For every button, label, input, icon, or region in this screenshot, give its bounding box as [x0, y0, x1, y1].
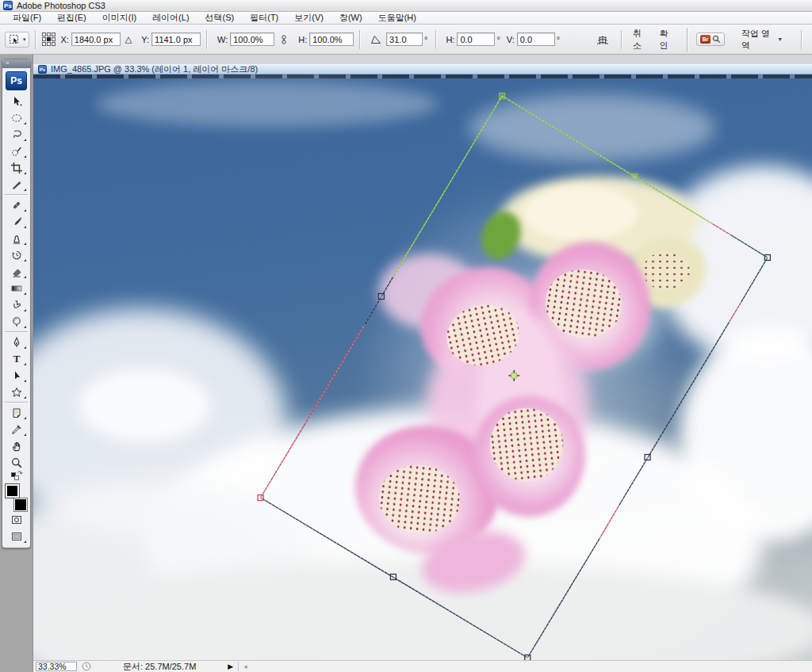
- document-title: IMG_4865.JPG @ 33.3% (레이어 1, 레이어 마스크/8): [51, 63, 258, 75]
- v-skew-input[interactable]: [517, 32, 555, 46]
- quick-mask-button[interactable]: [5, 511, 28, 528]
- eyedropper-tool[interactable]: [5, 421, 28, 437]
- transform-handle[interactable]: [764, 255, 770, 261]
- transform-handle[interactable]: [390, 575, 396, 580]
- hand-tool[interactable]: [5, 437, 28, 454]
- tools-panel: » Ps: [2, 59, 31, 548]
- canvas[interactable]: [33, 74, 812, 660]
- reference-point-locator[interactable]: [42, 32, 56, 46]
- menu-image[interactable]: 이미지(I): [94, 12, 144, 24]
- pen-tool[interactable]: [5, 334, 28, 350]
- menu-filter[interactable]: 필터(T): [242, 12, 286, 24]
- gradient-tool[interactable]: [5, 280, 28, 296]
- link-dimensions-icon[interactable]: [274, 32, 293, 48]
- menu-select[interactable]: 선택(S): [197, 12, 243, 24]
- default-colors-control[interactable]: ↷: [11, 472, 22, 482]
- width-input[interactable]: [230, 32, 274, 46]
- commit-transform-button[interactable]: 확인: [654, 32, 680, 48]
- eraser-tool[interactable]: [5, 263, 28, 280]
- type-tool[interactable]: T: [5, 350, 28, 367]
- h-skew-input[interactable]: [457, 32, 495, 46]
- y-input[interactable]: [151, 32, 201, 46]
- window-title: Adobe Photoshop CS3: [17, 1, 105, 10]
- svg-text:T: T: [13, 353, 20, 365]
- transform-handle[interactable]: [645, 455, 650, 460]
- move-tool[interactable]: [5, 93, 28, 109]
- tool-preset-picker[interactable]: ▾: [5, 32, 29, 48]
- v-skew-label: V:: [507, 35, 515, 44]
- swap-colors-icon[interactable]: ↷: [17, 470, 23, 477]
- x-label: X:: [60, 35, 68, 44]
- smudge-tool[interactable]: [5, 296, 28, 313]
- options-bar: ▾ X: △ Y: W: H: ° H: ° V: °: [0, 25, 812, 55]
- transform-handle[interactable]: [378, 294, 384, 300]
- dodge-tool[interactable]: [5, 313, 28, 330]
- foreground-background-colors: [5, 484, 29, 511]
- slice-tool[interactable]: [5, 176, 28, 193]
- rotation-input[interactable]: [386, 32, 423, 46]
- status-menu-arrow[interactable]: ▶: [228, 662, 233, 670]
- v-skew-unit: °: [557, 35, 560, 44]
- clone-stamp-tool[interactable]: [5, 230, 28, 246]
- workspace-dropdown[interactable]: 작업 영역 ▼: [736, 32, 788, 48]
- document-title-bar[interactable]: Ps IMG_4865.JPG @ 33.3% (레이어 1, 레이어 마스크/…: [33, 64, 812, 74]
- magnifier-icon: [712, 35, 721, 44]
- warp-mode-toggle[interactable]: [590, 32, 615, 48]
- transform-edge: [730, 302, 741, 322]
- brush-tool[interactable]: [5, 213, 28, 230]
- rotate-angle-icon: [366, 32, 386, 48]
- menu-help[interactable]: 도움말(H): [370, 12, 424, 24]
- transform-handle[interactable]: [258, 495, 263, 501]
- transform-center-point[interactable]: [508, 370, 519, 381]
- document-size-info: 문서: 25.7M/25.7M: [123, 661, 196, 672]
- spot-healing-brush-tool[interactable]: [5, 197, 28, 213]
- transform-box: [33, 74, 812, 660]
- quick-selection-tool[interactable]: [5, 143, 28, 159]
- transform-edge: [365, 277, 393, 325]
- lasso-tool[interactable]: [5, 126, 28, 143]
- menu-edit[interactable]: 편집(E): [49, 12, 94, 24]
- photoshop-window: Ps Adobe Photoshop CS3 파일(F) 편집(E) 이미지(I…: [0, 0, 812, 672]
- scroll-left-arrow[interactable]: ◂: [243, 662, 247, 670]
- custom-shape-tool[interactable]: [5, 384, 28, 400]
- cancel-transform-button[interactable]: 취소: [627, 32, 653, 48]
- crop-tool[interactable]: [5, 159, 28, 176]
- transform-handle[interactable]: [632, 174, 638, 180]
- h-skew-label: H:: [446, 35, 454, 44]
- tools-column: » Ps: [0, 55, 33, 672]
- bridge-icon: Br: [700, 35, 710, 44]
- collapse-toolbar-button[interactable]: »: [2, 59, 30, 68]
- y-label: Y:: [141, 35, 149, 44]
- screen-mode-button[interactable]: [5, 528, 28, 544]
- transform-handle[interactable]: [500, 94, 505, 99]
- background-color-swatch[interactable]: [14, 498, 27, 511]
- zoom-level-field[interactable]: [36, 662, 77, 671]
- menu-window[interactable]: 창(W): [331, 12, 370, 24]
- document-icon: Ps: [38, 65, 47, 74]
- warp-grid-icon: [595, 33, 611, 46]
- transform-edge: [712, 223, 730, 235]
- menu-file[interactable]: 파일(F): [5, 12, 49, 24]
- transform-handle[interactable]: [525, 655, 530, 661]
- menu-bar: 파일(F) 편집(E) 이미지(I) 레이어(L) 선택(S) 필터(T) 보기…: [0, 12, 812, 25]
- notes-tool[interactable]: [5, 404, 28, 421]
- path-selection-tool[interactable]: [5, 367, 28, 384]
- title-bar[interactable]: Ps Adobe Photoshop CS3: [0, 0, 812, 12]
- x-input[interactable]: [71, 32, 121, 46]
- transform-edge: [527, 538, 599, 658]
- photoshop-logo[interactable]: Ps: [6, 71, 27, 90]
- go-to-bridge-button[interactable]: Br: [696, 32, 725, 46]
- h-skew-unit: °: [496, 35, 500, 44]
- height-input[interactable]: [309, 32, 354, 46]
- menu-view[interactable]: 보기(V): [286, 12, 331, 24]
- version-cue-status-icon: [82, 662, 91, 671]
- history-brush-tool[interactable]: [5, 246, 28, 263]
- status-bar: 문서: 25.7M/25.7M ▶ ◂: [33, 660, 812, 672]
- zoom-tool[interactable]: [5, 454, 28, 471]
- chevron-down-icon: ▾: [23, 36, 26, 43]
- relative-position-toggle[interactable]: △: [121, 32, 136, 48]
- elliptical-marquee-tool[interactable]: [5, 109, 28, 126]
- width-label: W:: [217, 35, 228, 44]
- menu-layer[interactable]: 레이어(L): [144, 12, 197, 24]
- foreground-color-swatch[interactable]: [6, 484, 19, 498]
